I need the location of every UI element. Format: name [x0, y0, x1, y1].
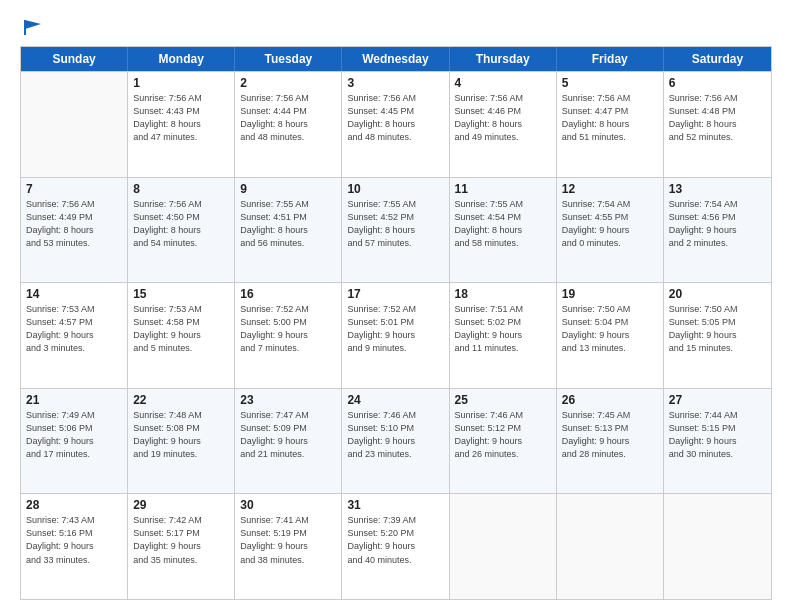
- cell-date-number: 3: [347, 76, 443, 90]
- calendar-cell: 21Sunrise: 7:49 AMSunset: 5:06 PMDayligh…: [21, 389, 128, 494]
- cell-info-text: Sunrise: 7:56 AMSunset: 4:50 PMDaylight:…: [133, 198, 229, 250]
- cell-date-number: 10: [347, 182, 443, 196]
- cell-info-text: Sunrise: 7:56 AMSunset: 4:49 PMDaylight:…: [26, 198, 122, 250]
- cell-info-text: Sunrise: 7:56 AMSunset: 4:44 PMDaylight:…: [240, 92, 336, 144]
- calendar-cell: 7Sunrise: 7:56 AMSunset: 4:49 PMDaylight…: [21, 178, 128, 283]
- header-day-friday: Friday: [557, 47, 664, 71]
- header-day-wednesday: Wednesday: [342, 47, 449, 71]
- header-day-saturday: Saturday: [664, 47, 771, 71]
- calendar-cell: 20Sunrise: 7:50 AMSunset: 5:05 PMDayligh…: [664, 283, 771, 388]
- page: SundayMondayTuesdayWednesdayThursdayFrid…: [0, 0, 792, 612]
- calendar-cell: 31Sunrise: 7:39 AMSunset: 5:20 PMDayligh…: [342, 494, 449, 599]
- cell-date-number: 14: [26, 287, 122, 301]
- cell-date-number: 30: [240, 498, 336, 512]
- calendar-cell: 12Sunrise: 7:54 AMSunset: 4:55 PMDayligh…: [557, 178, 664, 283]
- calendar-cell: 22Sunrise: 7:48 AMSunset: 5:08 PMDayligh…: [128, 389, 235, 494]
- calendar-cell: 29Sunrise: 7:42 AMSunset: 5:17 PMDayligh…: [128, 494, 235, 599]
- calendar-cell: 6Sunrise: 7:56 AMSunset: 4:48 PMDaylight…: [664, 72, 771, 177]
- cell-date-number: 13: [669, 182, 766, 196]
- cell-date-number: 11: [455, 182, 551, 196]
- calendar-cell: 25Sunrise: 7:46 AMSunset: 5:12 PMDayligh…: [450, 389, 557, 494]
- cell-info-text: Sunrise: 7:54 AMSunset: 4:55 PMDaylight:…: [562, 198, 658, 250]
- calendar-cell: 17Sunrise: 7:52 AMSunset: 5:01 PMDayligh…: [342, 283, 449, 388]
- header-day-thursday: Thursday: [450, 47, 557, 71]
- calendar-cell: [21, 72, 128, 177]
- cell-date-number: 12: [562, 182, 658, 196]
- cell-date-number: 2: [240, 76, 336, 90]
- cell-info-text: Sunrise: 7:46 AMSunset: 5:10 PMDaylight:…: [347, 409, 443, 461]
- header-day-monday: Monday: [128, 47, 235, 71]
- cell-info-text: Sunrise: 7:55 AMSunset: 4:52 PMDaylight:…: [347, 198, 443, 250]
- cell-date-number: 24: [347, 393, 443, 407]
- cell-date-number: 27: [669, 393, 766, 407]
- cell-date-number: 18: [455, 287, 551, 301]
- cell-date-number: 29: [133, 498, 229, 512]
- calendar-cell: 11Sunrise: 7:55 AMSunset: 4:54 PMDayligh…: [450, 178, 557, 283]
- calendar-cell: 30Sunrise: 7:41 AMSunset: 5:19 PMDayligh…: [235, 494, 342, 599]
- cell-info-text: Sunrise: 7:52 AMSunset: 5:00 PMDaylight:…: [240, 303, 336, 355]
- cell-info-text: Sunrise: 7:48 AMSunset: 5:08 PMDaylight:…: [133, 409, 229, 461]
- cell-info-text: Sunrise: 7:42 AMSunset: 5:17 PMDaylight:…: [133, 514, 229, 566]
- cell-info-text: Sunrise: 7:47 AMSunset: 5:09 PMDaylight:…: [240, 409, 336, 461]
- header-day-tuesday: Tuesday: [235, 47, 342, 71]
- cell-date-number: 28: [26, 498, 122, 512]
- calendar-cell: 26Sunrise: 7:45 AMSunset: 5:13 PMDayligh…: [557, 389, 664, 494]
- calendar-row-3: 14Sunrise: 7:53 AMSunset: 4:57 PMDayligh…: [21, 282, 771, 388]
- calendar-cell: 28Sunrise: 7:43 AMSunset: 5:16 PMDayligh…: [21, 494, 128, 599]
- calendar-cell: 19Sunrise: 7:50 AMSunset: 5:04 PMDayligh…: [557, 283, 664, 388]
- calendar-cell: 5Sunrise: 7:56 AMSunset: 4:47 PMDaylight…: [557, 72, 664, 177]
- calendar-cell: 3Sunrise: 7:56 AMSunset: 4:45 PMDaylight…: [342, 72, 449, 177]
- cell-date-number: 20: [669, 287, 766, 301]
- cell-date-number: 17: [347, 287, 443, 301]
- calendar-cell: 27Sunrise: 7:44 AMSunset: 5:15 PMDayligh…: [664, 389, 771, 494]
- cell-date-number: 19: [562, 287, 658, 301]
- header: [20, 18, 772, 36]
- cell-date-number: 8: [133, 182, 229, 196]
- calendar-cell: [450, 494, 557, 599]
- calendar-cell: 13Sunrise: 7:54 AMSunset: 4:56 PMDayligh…: [664, 178, 771, 283]
- cell-info-text: Sunrise: 7:51 AMSunset: 5:02 PMDaylight:…: [455, 303, 551, 355]
- calendar-cell: 1Sunrise: 7:56 AMSunset: 4:43 PMDaylight…: [128, 72, 235, 177]
- cell-info-text: Sunrise: 7:55 AMSunset: 4:54 PMDaylight:…: [455, 198, 551, 250]
- cell-info-text: Sunrise: 7:56 AMSunset: 4:46 PMDaylight:…: [455, 92, 551, 144]
- header-day-sunday: Sunday: [21, 47, 128, 71]
- calendar-row-2: 7Sunrise: 7:56 AMSunset: 4:49 PMDaylight…: [21, 177, 771, 283]
- calendar-cell: 15Sunrise: 7:53 AMSunset: 4:58 PMDayligh…: [128, 283, 235, 388]
- calendar: SundayMondayTuesdayWednesdayThursdayFrid…: [20, 46, 772, 600]
- cell-info-text: Sunrise: 7:41 AMSunset: 5:19 PMDaylight:…: [240, 514, 336, 566]
- cell-info-text: Sunrise: 7:56 AMSunset: 4:47 PMDaylight:…: [562, 92, 658, 144]
- cell-date-number: 1: [133, 76, 229, 90]
- cell-date-number: 26: [562, 393, 658, 407]
- cell-info-text: Sunrise: 7:53 AMSunset: 4:58 PMDaylight:…: [133, 303, 229, 355]
- cell-date-number: 22: [133, 393, 229, 407]
- calendar-cell: 10Sunrise: 7:55 AMSunset: 4:52 PMDayligh…: [342, 178, 449, 283]
- cell-info-text: Sunrise: 7:44 AMSunset: 5:15 PMDaylight:…: [669, 409, 766, 461]
- cell-info-text: Sunrise: 7:50 AMSunset: 5:05 PMDaylight:…: [669, 303, 766, 355]
- cell-date-number: 6: [669, 76, 766, 90]
- calendar-cell: 16Sunrise: 7:52 AMSunset: 5:00 PMDayligh…: [235, 283, 342, 388]
- cell-date-number: 9: [240, 182, 336, 196]
- cell-info-text: Sunrise: 7:53 AMSunset: 4:57 PMDaylight:…: [26, 303, 122, 355]
- calendar-cell: [664, 494, 771, 599]
- calendar-cell: 9Sunrise: 7:55 AMSunset: 4:51 PMDaylight…: [235, 178, 342, 283]
- cell-info-text: Sunrise: 7:50 AMSunset: 5:04 PMDaylight:…: [562, 303, 658, 355]
- calendar-cell: 23Sunrise: 7:47 AMSunset: 5:09 PMDayligh…: [235, 389, 342, 494]
- cell-date-number: 15: [133, 287, 229, 301]
- calendar-cell: 8Sunrise: 7:56 AMSunset: 4:50 PMDaylight…: [128, 178, 235, 283]
- cell-info-text: Sunrise: 7:56 AMSunset: 4:43 PMDaylight:…: [133, 92, 229, 144]
- calendar-cell: 2Sunrise: 7:56 AMSunset: 4:44 PMDaylight…: [235, 72, 342, 177]
- cell-date-number: 4: [455, 76, 551, 90]
- calendar-header: SundayMondayTuesdayWednesdayThursdayFrid…: [21, 47, 771, 71]
- cell-info-text: Sunrise: 7:49 AMSunset: 5:06 PMDaylight:…: [26, 409, 122, 461]
- cell-info-text: Sunrise: 7:46 AMSunset: 5:12 PMDaylight:…: [455, 409, 551, 461]
- calendar-cell: 14Sunrise: 7:53 AMSunset: 4:57 PMDayligh…: [21, 283, 128, 388]
- calendar-cell: [557, 494, 664, 599]
- cell-date-number: 21: [26, 393, 122, 407]
- cell-date-number: 31: [347, 498, 443, 512]
- calendar-body: 1Sunrise: 7:56 AMSunset: 4:43 PMDaylight…: [21, 71, 771, 599]
- cell-date-number: 7: [26, 182, 122, 196]
- logo-flag-icon: [21, 18, 43, 36]
- cell-info-text: Sunrise: 7:55 AMSunset: 4:51 PMDaylight:…: [240, 198, 336, 250]
- calendar-row-5: 28Sunrise: 7:43 AMSunset: 5:16 PMDayligh…: [21, 493, 771, 599]
- calendar-row-4: 21Sunrise: 7:49 AMSunset: 5:06 PMDayligh…: [21, 388, 771, 494]
